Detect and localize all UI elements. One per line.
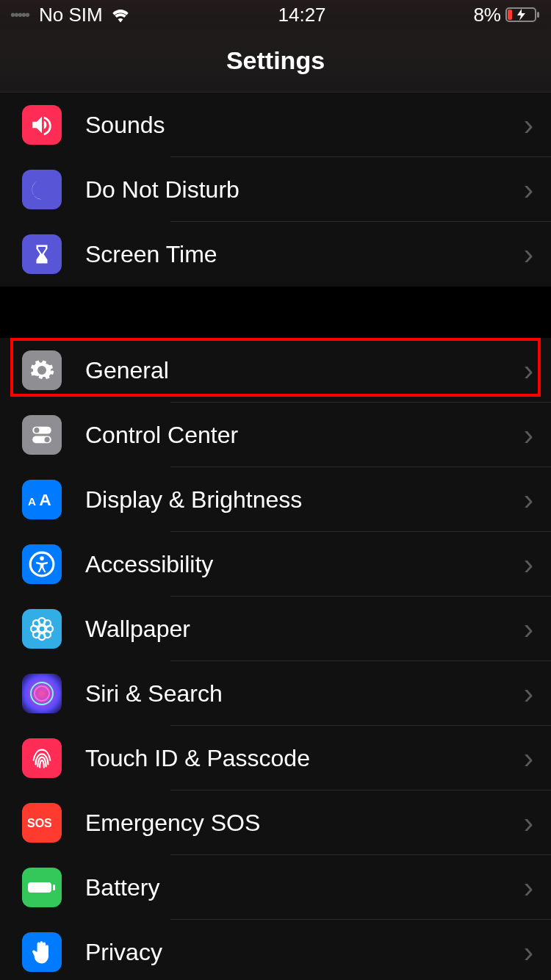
svg-rect-24 bbox=[53, 884, 55, 890]
svg-text:A: A bbox=[39, 490, 51, 509]
svg-point-6 bbox=[45, 437, 50, 442]
chevron-right-icon: › bbox=[524, 483, 533, 516]
siri-icon bbox=[22, 674, 62, 713]
svg-point-10 bbox=[40, 556, 44, 561]
signal-dots-icon: ••••• bbox=[10, 7, 29, 24]
fingerprint-icon bbox=[22, 738, 62, 778]
svg-rect-23 bbox=[28, 882, 51, 893]
row-privacy[interactable]: Privacy › bbox=[0, 920, 551, 980]
chevron-right-icon: › bbox=[524, 354, 533, 387]
row-screentime[interactable]: Screen Time › bbox=[0, 222, 551, 287]
chevron-right-icon: › bbox=[524, 871, 533, 904]
chevron-right-icon: › bbox=[524, 742, 533, 775]
chevron-right-icon: › bbox=[524, 677, 533, 710]
settings-group-2: General › Control Center › AA Display & … bbox=[0, 338, 551, 980]
row-sounds[interactable]: Sounds › bbox=[0, 93, 551, 157]
chevron-right-icon: › bbox=[524, 109, 533, 142]
row-display[interactable]: AA Display & Brightness › bbox=[0, 467, 551, 532]
sounds-icon bbox=[22, 105, 62, 145]
row-label: Do Not Disturb bbox=[85, 176, 524, 203]
row-accessibility[interactable]: Accessibility › bbox=[0, 532, 551, 597]
accessibility-icon bbox=[22, 544, 62, 584]
moon-icon bbox=[22, 170, 62, 209]
chevron-right-icon: › bbox=[524, 419, 533, 452]
svg-text:A: A bbox=[28, 495, 36, 508]
row-touchid[interactable]: Touch ID & Passcode › bbox=[0, 726, 551, 790]
row-sos[interactable]: SOS Emergency SOS › bbox=[0, 790, 551, 855]
flower-icon bbox=[22, 609, 62, 649]
svg-rect-1 bbox=[508, 10, 512, 20]
status-bar: ••••• No SIM 14:27 8% bbox=[0, 0, 551, 29]
row-siri[interactable]: Siri & Search › bbox=[0, 661, 551, 726]
row-label: Touch ID & Passcode bbox=[85, 745, 524, 772]
svg-point-11 bbox=[39, 626, 46, 633]
row-dnd[interactable]: Do Not Disturb › bbox=[0, 157, 551, 222]
row-label: Siri & Search bbox=[85, 680, 524, 707]
status-time: 14:27 bbox=[278, 4, 326, 26]
row-label: Screen Time bbox=[85, 241, 524, 268]
chevron-right-icon: › bbox=[524, 238, 533, 271]
battery-icon bbox=[22, 868, 62, 907]
status-right: 8% bbox=[473, 4, 541, 26]
row-battery[interactable]: Battery › bbox=[0, 855, 551, 920]
row-label: Privacy bbox=[85, 939, 524, 966]
chevron-right-icon: › bbox=[524, 173, 533, 206]
chevron-right-icon: › bbox=[524, 807, 533, 840]
textsize-icon: AA bbox=[22, 480, 62, 519]
row-label: General bbox=[85, 357, 524, 384]
group-separator bbox=[0, 287, 551, 338]
row-label: Display & Brightness bbox=[85, 486, 524, 514]
svg-point-21 bbox=[35, 686, 49, 701]
chevron-right-icon: › bbox=[524, 936, 533, 969]
carrier-label: No SIM bbox=[39, 4, 103, 26]
chevron-right-icon: › bbox=[524, 548, 533, 581]
svg-point-4 bbox=[34, 428, 39, 433]
row-label: Emergency SOS bbox=[85, 810, 524, 837]
row-controlcenter[interactable]: Control Center › bbox=[0, 403, 551, 467]
chevron-right-icon: › bbox=[524, 613, 533, 646]
page-title: Settings bbox=[226, 46, 325, 75]
row-label: Sounds bbox=[85, 112, 524, 139]
row-wallpaper[interactable]: Wallpaper › bbox=[0, 597, 551, 661]
toggles-icon bbox=[22, 415, 62, 455]
gear-icon bbox=[22, 350, 62, 390]
battery-icon bbox=[505, 7, 541, 23]
battery-percent: 8% bbox=[473, 4, 501, 26]
row-general[interactable]: General › bbox=[0, 338, 551, 403]
hourglass-icon bbox=[22, 234, 62, 274]
wifi-icon bbox=[110, 7, 131, 23]
row-label: Control Center bbox=[85, 422, 524, 449]
status-left: ••••• No SIM bbox=[10, 4, 131, 26]
sos-icon: SOS bbox=[22, 803, 62, 843]
svg-text:SOS: SOS bbox=[27, 817, 52, 829]
nav-header: Settings bbox=[0, 29, 551, 93]
row-label: Battery bbox=[85, 874, 524, 901]
hand-icon bbox=[22, 932, 62, 972]
row-label: Wallpaper bbox=[85, 616, 524, 643]
row-label: Accessibility bbox=[85, 551, 524, 578]
settings-group-1: Sounds › Do Not Disturb › Screen Time › bbox=[0, 93, 551, 287]
svg-rect-2 bbox=[537, 12, 539, 18]
